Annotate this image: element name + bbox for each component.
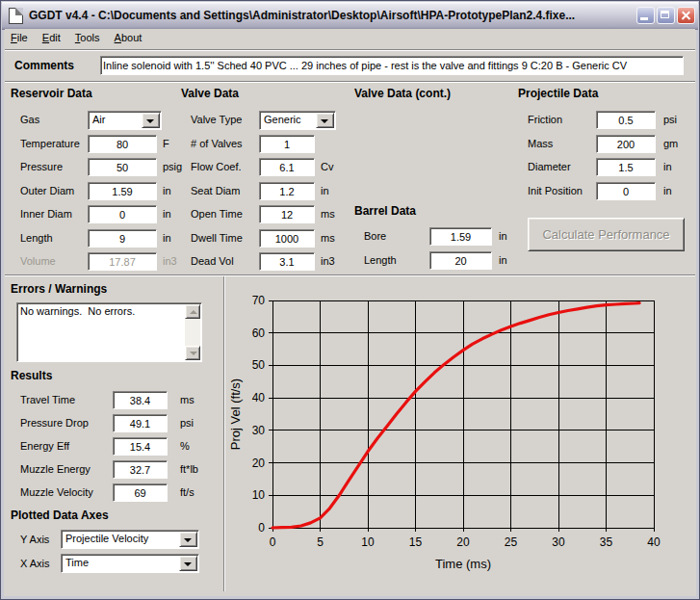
open-time-label: Open Time <box>191 208 243 220</box>
barrel-length-unit: in <box>499 254 507 266</box>
y-axis-dropdown-button[interactable] <box>179 532 197 547</box>
dead-vol-label: Dead Vol <box>191 255 234 267</box>
menu-bar: File Edit Tools About <box>5 29 695 48</box>
bore-label: Bore <box>364 230 386 242</box>
outer-diam-unit: in <box>163 185 171 196</box>
x-tick-label: 0 <box>270 535 276 549</box>
y-axis-title: Proj Vel (ft/s) <box>228 378 243 450</box>
inner-diam-unit: in <box>163 208 171 220</box>
calculate-performance-button[interactable]: Calculate Performance <box>528 218 685 251</box>
errors-scrollbar[interactable] <box>185 304 200 360</box>
minimize-button[interactable] <box>636 7 655 24</box>
friction-field[interactable] <box>596 111 656 129</box>
dwell-time-unit: ms <box>321 232 335 244</box>
dwell-time-field[interactable] <box>259 229 315 248</box>
velocity-time-chart: 0510152025303540010203040506070Time (ms)… <box>226 281 697 595</box>
maximize-button[interactable] <box>657 7 675 24</box>
y-tick-label: 70 <box>252 294 266 307</box>
menu-about[interactable]: About <box>109 29 148 45</box>
valve-type-label: Valve Type <box>191 114 242 125</box>
flow-coef-field[interactable] <box>259 158 315 176</box>
diameter-label: Diameter <box>528 161 571 172</box>
inner-diam-field[interactable] <box>88 205 157 223</box>
init-position-label: Init Position <box>528 185 583 196</box>
gas-value: Air <box>92 114 105 125</box>
gas-dropdown-button[interactable] <box>142 113 160 128</box>
x-axis-label: X Axis <box>20 558 50 569</box>
x-axis-dropdown-button[interactable] <box>179 556 197 571</box>
mass-label: Mass <box>528 138 553 149</box>
arrow-down-icon <box>190 352 197 355</box>
seat-diam-unit: in <box>321 185 329 196</box>
valve-type-select[interactable]: Generic <box>259 111 336 130</box>
muzzle-velocity-field[interactable] <box>113 483 168 502</box>
open-time-field[interactable] <box>259 205 315 223</box>
pressure-label: Pressure <box>20 161 63 172</box>
seat-diam-field[interactable] <box>259 182 315 200</box>
errors-text: No warnings. No errors. <box>20 305 182 317</box>
window-title: GGDT v4.4 - C:\Documents and Settings\Ad… <box>29 9 635 22</box>
comments-input[interactable] <box>100 56 684 75</box>
x-tick-label: 30 <box>552 535 565 549</box>
menu-edit[interactable]: Edit <box>37 29 66 45</box>
close-button[interactable] <box>677 7 695 24</box>
x-axis-value: Time <box>65 557 89 568</box>
y-axis-label: Y Axis <box>20 534 49 545</box>
num-valves-field[interactable] <box>259 135 315 153</box>
velocity-curve <box>272 303 639 528</box>
dwell-time-label: Dwell Time <box>191 232 243 244</box>
diameter-field[interactable] <box>596 158 656 176</box>
pressure-field[interactable] <box>88 158 157 176</box>
muzzle-energy-unit: ft*lb <box>180 463 198 475</box>
volume-unit: in3 <box>163 255 177 267</box>
scroll-up-button[interactable] <box>185 304 200 319</box>
valve-type-dropdown-button[interactable] <box>316 113 334 128</box>
x-tick-label: 35 <box>600 535 613 549</box>
y-axis-value: Projectile Velocity <box>65 533 148 544</box>
x-tick-label: 20 <box>456 535 470 549</box>
reservoir-title: Reservoir Data <box>11 87 92 100</box>
chevron-down-icon <box>184 538 192 542</box>
pressure-drop-field[interactable] <box>113 414 168 432</box>
outer-diam-field[interactable] <box>88 182 157 200</box>
title-bar[interactable]: GGDT v4.4 - C:\Documents and Settings\Ad… <box>2 2 698 30</box>
comments-divider <box>5 81 695 83</box>
outer-diam-label: Outer Diam <box>20 185 74 196</box>
diameter-unit: in <box>663 161 672 172</box>
muzzle-velocity-label: Muzzle Velocity <box>20 486 93 498</box>
gas-select[interactable]: Air <box>88 111 162 130</box>
y-axis-select[interactable]: Projectile Velocity <box>61 530 199 549</box>
scroll-down-button[interactable] <box>185 346 200 360</box>
bore-field[interactable] <box>429 227 492 246</box>
muzzle-energy-field[interactable] <box>113 460 168 479</box>
temperature-field[interactable] <box>88 135 157 153</box>
mass-field[interactable] <box>596 135 656 153</box>
barrel-length-field[interactable] <box>429 251 492 270</box>
init-position-field[interactable] <box>596 182 656 200</box>
x-tick-label: 5 <box>317 535 324 549</box>
section-divider <box>5 274 695 276</box>
travel-time-label: Travel Time <box>20 394 75 405</box>
num-valves-label: # of Valves <box>191 138 243 149</box>
y-tick-label: 0 <box>258 521 265 535</box>
app-icon <box>9 8 23 24</box>
mass-unit: gm <box>663 138 678 149</box>
menu-tools[interactable]: Tools <box>69 29 106 45</box>
dead-vol-field[interactable] <box>259 252 315 271</box>
valve-type-value: Generic <box>264 114 301 125</box>
x-tick-label: 25 <box>505 535 518 549</box>
errors-textarea[interactable]: No warnings. No errors. <box>16 302 202 362</box>
plotted-axes-title: Plotted Data Axes <box>11 509 109 522</box>
menu-file[interactable]: File <box>5 29 34 45</box>
temperature-label: Temperature <box>20 138 80 149</box>
app-window: GGDT v4.4 - C:\Documents and Settings\Ad… <box>0 0 700 600</box>
friction-unit: psi <box>663 114 677 125</box>
x-axis-select[interactable]: Time <box>61 554 199 573</box>
arrow-up-icon <box>190 310 197 314</box>
y-tick-label: 20 <box>252 457 266 470</box>
valve-cont-title: Valve Data (cont.) <box>354 87 451 100</box>
travel-time-field[interactable] <box>113 391 168 409</box>
chevron-down-icon <box>146 119 154 123</box>
energy-eff-field[interactable] <box>113 437 168 456</box>
length-field[interactable] <box>88 229 157 248</box>
